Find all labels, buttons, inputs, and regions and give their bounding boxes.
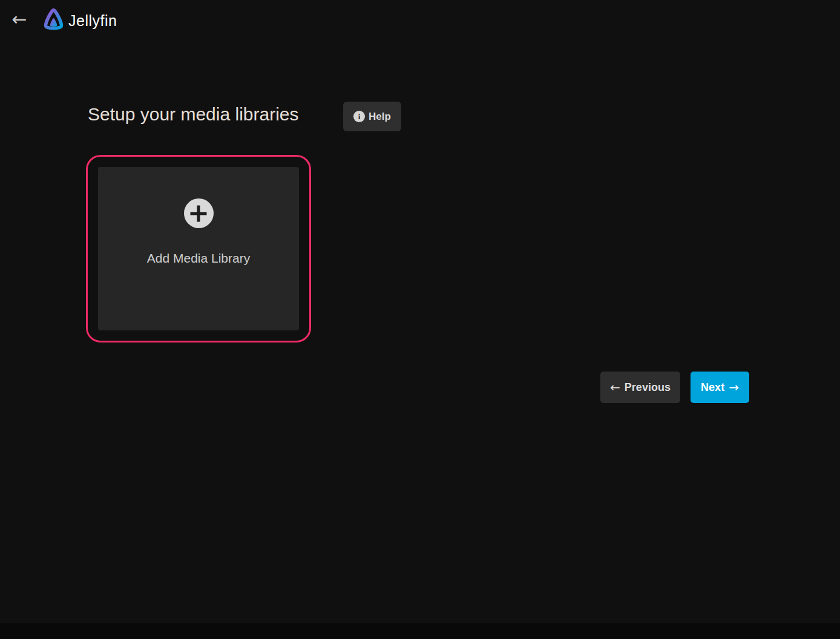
- next-button[interactable]: Next →: [691, 372, 749, 403]
- plus-icon: [184, 198, 214, 228]
- back-arrow-icon: ←: [11, 8, 27, 30]
- arrow-left-icon: ←: [610, 381, 620, 393]
- app-title: Jellyfin: [68, 12, 117, 30]
- info-icon: i: [353, 111, 365, 122]
- help-button-label: Help: [369, 111, 391, 123]
- add-media-library-label: Add Media Library: [147, 251, 250, 266]
- arrow-right-icon: →: [729, 381, 739, 393]
- previous-button[interactable]: ← Previous: [600, 372, 680, 403]
- jellyfin-logo-icon: [40, 5, 67, 34]
- help-button[interactable]: i Help: [343, 102, 401, 131]
- add-media-library-card[interactable]: Add Media Library: [98, 167, 299, 330]
- previous-button-label: Previous: [625, 381, 671, 394]
- page-title: Setup your media libraries: [88, 104, 299, 125]
- back-button[interactable]: ←: [7, 7, 31, 31]
- next-button-label: Next: [701, 381, 724, 394]
- bottom-strip: [0, 623, 840, 639]
